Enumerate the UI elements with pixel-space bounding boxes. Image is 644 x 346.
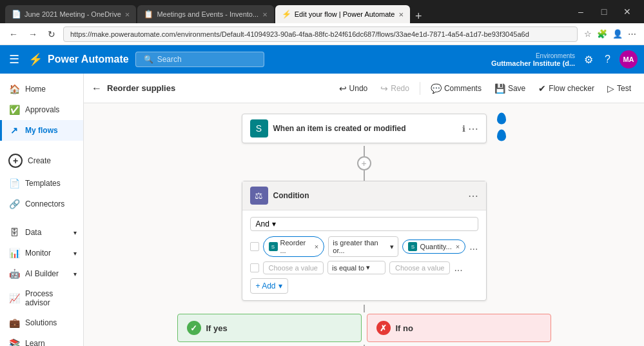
- condition-node[interactable]: ⚖ Condition ⋯ And ▾: [242, 181, 487, 301]
- trigger-more-button[interactable]: ⋯: [468, 123, 478, 135]
- top-bar-right: Environments Guttmacher Institute (d... …: [491, 50, 638, 68]
- redo-button[interactable]: ↪ Redo: [375, 80, 415, 97]
- search-box[interactable]: 🔍: [135, 52, 264, 67]
- branch-yes-icon: ✓: [187, 321, 201, 335]
- tab-automate-close[interactable]: ×: [398, 10, 404, 19]
- add-condition-button[interactable]: + Add ▾: [250, 278, 288, 294]
- v-line-2: [364, 170, 365, 181]
- connectors-icon: 🔗: [8, 199, 20, 209]
- tab-automate[interactable]: ⚡ Edit your flow | Power Automate ×: [275, 5, 410, 23]
- add-chevron-icon: ▾: [278, 281, 282, 290]
- tab-onedrive[interactable]: 📄 June 2021 Meeting - OneDrive ×: [5, 5, 136, 23]
- extension-icon[interactable]: 🧩: [596, 28, 609, 40]
- cond-row1-more-button[interactable]: ...: [469, 241, 478, 252]
- sidebar-item-processadvisor[interactable]: 📈 Process advisor: [0, 284, 83, 312]
- flow-checker-button[interactable]: ✔ Flow checker: [533, 80, 600, 97]
- sidebar-item-templates[interactable]: 📄 Templates: [0, 173, 83, 194]
- tab-meetings-close[interactable]: ×: [262, 10, 268, 19]
- sidebar-item-home[interactable]: 🏠 Home: [0, 79, 83, 99]
- comments-button[interactable]: 💬 Comments: [425, 80, 487, 97]
- cond-operator-2[interactable]: is equal to ▾: [327, 261, 385, 274]
- minimize-button[interactable]: –: [569, 0, 592, 23]
- help-button[interactable]: ?: [602, 51, 613, 68]
- cond-placeholder-1[interactable]: Choose a value: [263, 261, 324, 274]
- sidebar-item-connectors[interactable]: 🔗 Connectors: [0, 194, 83, 214]
- sidebar-item-data[interactable]: 🗄 Data ▾: [0, 222, 83, 243]
- sidebar-home-label: Home: [25, 85, 46, 94]
- cond-value-quantity[interactable]: S Quantity... ×: [402, 239, 465, 254]
- trigger-node-header: S When an item is created or modified ℹ …: [242, 114, 486, 143]
- cond-checkbox-2[interactable]: [250, 263, 259, 272]
- and-dropdown[interactable]: And ▾: [250, 217, 478, 231]
- cond-row2-more-button[interactable]: ...: [454, 262, 462, 274]
- cond-checkbox-1[interactable]: [250, 242, 259, 251]
- env-label: Environments: [536, 52, 575, 59]
- tab-meetings[interactable]: 📋 Meetings and Events - Invento... ×: [137, 5, 273, 23]
- refresh-button[interactable]: ↻: [45, 28, 58, 41]
- new-tab-button[interactable]: +: [411, 10, 426, 23]
- home-icon: 🏠: [8, 84, 20, 94]
- redo-label: Redo: [391, 84, 409, 93]
- trigger-node-title: When an item is created or modified: [273, 124, 457, 133]
- maximize-button[interactable]: □: [592, 0, 616, 23]
- sidebar-create-label: Create: [28, 156, 51, 165]
- sharepoint-icon: S: [250, 119, 268, 137]
- water-drop-bottom: [497, 130, 506, 141]
- account-icon[interactable]: 👤: [611, 28, 624, 40]
- top-bar: ☰ ⚡ Power Automate 🔍 Environments Guttma…: [0, 45, 644, 74]
- test-button[interactable]: ▷ Test: [602, 80, 636, 97]
- sidebar-item-monitor[interactable]: 📊 Monitor ▾: [0, 243, 83, 263]
- back-nav-button[interactable]: ←: [6, 28, 21, 41]
- save-button[interactable]: 💾 Save: [489, 80, 531, 97]
- branch-yes: ✓ If yes: [177, 314, 362, 342]
- sidebar-item-solutions[interactable]: 💼 Solutions: [0, 312, 83, 333]
- trigger-info-button[interactable]: ℹ: [462, 124, 465, 134]
- sidebar-item-myflows[interactable]: ↗ My flows: [0, 120, 83, 141]
- settings-button[interactable]: ⚙: [581, 51, 596, 68]
- branch-v-line: [364, 305, 365, 312]
- sidebar-approvals-label: Approvals: [25, 105, 59, 114]
- browser-tabs: 📄 June 2021 Meeting - OneDrive × 📋 Meeti…: [5, 0, 565, 23]
- condition-node-actions: ⋯: [468, 190, 478, 202]
- search-input[interactable]: [157, 55, 256, 64]
- trigger-node[interactable]: S When an item is created or modified ℹ …: [242, 114, 487, 143]
- create-plus-icon: +: [8, 154, 23, 168]
- tab-onedrive-close[interactable]: ×: [125, 10, 130, 19]
- cond-operator-1[interactable]: is greater than or... ▾: [328, 236, 398, 257]
- hamburger-button[interactable]: ☰: [6, 50, 22, 69]
- placeholder-text-2: Choose a value: [395, 264, 444, 272]
- back-button[interactable]: ←: [92, 83, 102, 94]
- chip-quantity-close[interactable]: ×: [456, 243, 460, 250]
- undo-button[interactable]: ↩ Undo: [334, 80, 373, 97]
- cond-chip-reorder[interactable]: S Reorder ... ×: [263, 236, 325, 257]
- condition-more-button[interactable]: ⋯: [468, 190, 478, 202]
- address-bar: ← → ↻ ☆ 🧩 👤 ⋯: [0, 23, 644, 45]
- sidebar-item-approvals[interactable]: ✅ Approvals: [0, 99, 83, 120]
- app-body: 🏠 Home ✅ Approvals ↗ My flows + Create 📄…: [0, 74, 644, 346]
- sidebar-learn-label: Learn: [25, 339, 45, 346]
- redo-icon: ↪: [380, 83, 388, 94]
- comments-icon: 💬: [431, 83, 442, 94]
- forward-nav-button[interactable]: →: [26, 28, 40, 41]
- sidebar-processadvisor-label: Process advisor: [25, 289, 77, 307]
- star-icon[interactable]: ☆: [583, 28, 593, 40]
- trigger-node-actions: ℹ ⋯: [462, 123, 478, 135]
- sidebar-item-aibuilder[interactable]: 🤖 AI Builder ▾: [0, 263, 83, 284]
- cond-placeholder-2[interactable]: Choose a value: [389, 261, 450, 274]
- add-step-button-1[interactable]: +: [357, 156, 371, 170]
- browser-chrome: 📄 June 2021 Meeting - OneDrive × 📋 Meeti…: [0, 0, 644, 23]
- flow-toolbar: ← Reorder supplies ↩ Undo ↪ Redo 💬 Comme…: [84, 74, 644, 103]
- avatar[interactable]: MA: [620, 50, 638, 68]
- tab-onedrive-label: June 2021 Meeting - OneDrive: [24, 10, 121, 18]
- sidebar-item-create[interactable]: + Create: [0, 148, 83, 173]
- close-button[interactable]: ✕: [616, 0, 639, 23]
- chip-sharepoint-icon-2: S: [408, 242, 417, 251]
- flow-checker-label: Flow checker: [549, 84, 594, 93]
- address-input[interactable]: [63, 26, 578, 42]
- sidebar-item-learn[interactable]: 📚 Learn: [0, 333, 83, 346]
- toolbar-separator-1: [420, 82, 420, 95]
- more-menu-icon[interactable]: ⋯: [627, 28, 638, 40]
- flow-canvas[interactable]: S When an item is created or modified ℹ …: [84, 103, 644, 346]
- monitor-expand-icon: ▾: [73, 250, 77, 257]
- chip-reorder-close[interactable]: ×: [315, 243, 318, 250]
